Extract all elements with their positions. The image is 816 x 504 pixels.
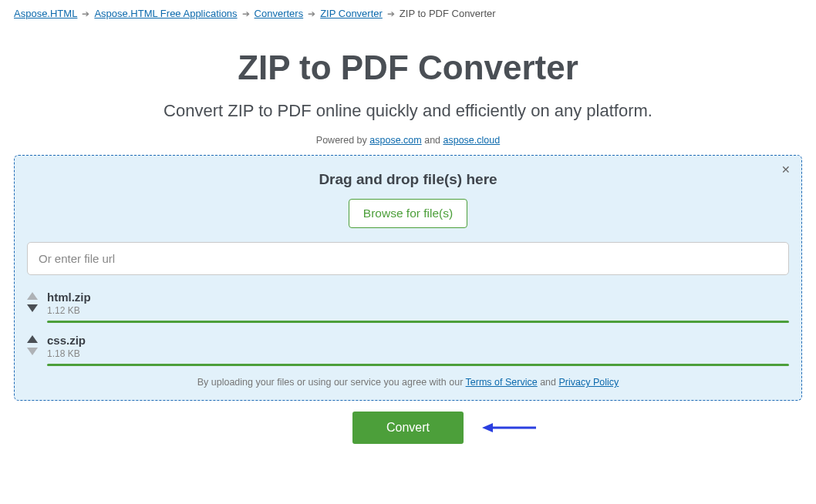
disclaimer-mid: and bbox=[538, 377, 559, 388]
move-down-icon bbox=[27, 348, 38, 355]
drop-title: Drag and drop file(s) here bbox=[27, 171, 789, 188]
breadcrumb: Aspose.HTML ➔ Aspose.HTML Free Applicati… bbox=[0, 0, 816, 19]
powered-prefix: Powered by bbox=[316, 135, 369, 146]
breadcrumb-sep-icon: ➔ bbox=[387, 8, 395, 19]
terms-link[interactable]: Terms of Service bbox=[466, 377, 538, 388]
powered-link-aspose-cloud[interactable]: aspose.cloud bbox=[443, 135, 501, 146]
file-row: html.zip 1.12 KB bbox=[27, 291, 789, 323]
page-title: ZIP to PDF Converter bbox=[0, 49, 816, 87]
page-subtitle: Convert ZIP to PDF online quickly and ef… bbox=[0, 101, 816, 121]
file-name: html.zip bbox=[47, 291, 789, 304]
close-icon[interactable]: ✕ bbox=[781, 163, 791, 176]
upload-panel: ✕ Drag and drop file(s) here Browse for … bbox=[14, 155, 802, 401]
move-up-icon bbox=[27, 292, 38, 300]
file-name: css.zip bbox=[47, 334, 789, 347]
powered-mid: and bbox=[422, 135, 443, 146]
file-size: 1.18 KB bbox=[47, 348, 789, 359]
reorder-controls bbox=[27, 334, 38, 355]
browse-button[interactable]: Browse for file(s) bbox=[349, 199, 467, 228]
powered-by: Powered by aspose.com and aspose.cloud bbox=[0, 135, 816, 146]
move-down-icon[interactable] bbox=[27, 304, 38, 312]
svg-marker-1 bbox=[482, 423, 493, 432]
pointer-arrow-icon bbox=[482, 420, 536, 435]
file-size: 1.12 KB bbox=[47, 305, 789, 316]
breadcrumb-link[interactable]: Aspose.HTML Free Applications bbox=[94, 8, 237, 19]
file-url-input[interactable] bbox=[27, 242, 789, 275]
powered-link-aspose-com[interactable]: aspose.com bbox=[369, 135, 421, 146]
disclaimer-prefix: By uploading your files or using our ser… bbox=[197, 377, 466, 388]
upload-progress bbox=[47, 364, 789, 366]
breadcrumb-link[interactable]: Converters bbox=[255, 8, 304, 19]
privacy-link[interactable]: Privacy Policy bbox=[559, 377, 619, 388]
breadcrumb-sep-icon: ➔ bbox=[308, 8, 315, 19]
file-list: html.zip 1.12 KB css.zip 1.18 KB bbox=[27, 291, 789, 366]
breadcrumb-link[interactable]: ZIP Converter bbox=[320, 8, 383, 19]
upload-disclaimer: By uploading your files or using our ser… bbox=[27, 377, 789, 388]
breadcrumb-sep-icon: ➔ bbox=[82, 8, 89, 19]
file-row: css.zip 1.18 KB bbox=[27, 334, 789, 366]
convert-button[interactable]: Convert bbox=[352, 412, 464, 444]
breadcrumb-link[interactable]: Aspose.HTML bbox=[14, 8, 77, 19]
move-up-icon[interactable] bbox=[27, 335, 38, 343]
breadcrumb-sep-icon: ➔ bbox=[242, 8, 250, 19]
breadcrumb-current: ZIP to PDF Converter bbox=[400, 8, 496, 19]
file-info: css.zip 1.18 KB bbox=[47, 334, 789, 366]
convert-row: Convert bbox=[0, 412, 816, 444]
upload-progress bbox=[47, 321, 789, 323]
file-info: html.zip 1.12 KB bbox=[47, 291, 789, 323]
reorder-controls bbox=[27, 291, 38, 312]
